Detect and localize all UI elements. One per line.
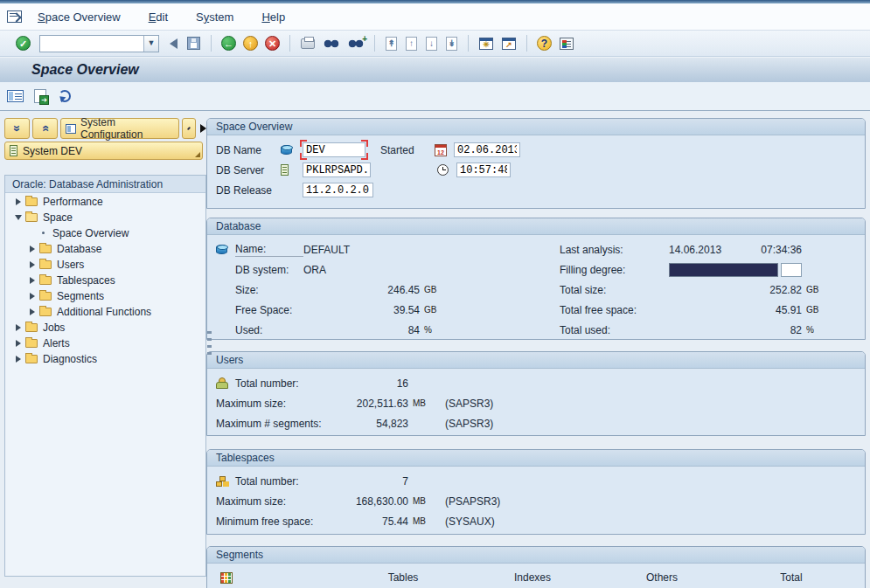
calendar-icon[interactable]: 12 xyxy=(435,144,447,156)
expander-icon[interactable] xyxy=(26,308,38,315)
export-button[interactable] xyxy=(34,89,46,103)
command-field-wrap: ▼ xyxy=(39,35,159,52)
row-value: 202,511.63 xyxy=(338,398,408,410)
menu-help[interactable]: Help xyxy=(261,10,285,24)
database-icon xyxy=(216,245,227,254)
page-down-button[interactable]: ↓ xyxy=(426,37,437,51)
tree-item-database[interactable]: Database xyxy=(5,241,205,256)
expander-icon[interactable] xyxy=(12,215,24,220)
expander-icon[interactable] xyxy=(26,277,38,284)
last-page-button[interactable]: ↡ xyxy=(446,37,457,51)
tree-item-space[interactable]: Space xyxy=(5,210,205,225)
clock-icon[interactable] xyxy=(437,164,449,176)
system-configuration-button[interactable]: System Configuration xyxy=(60,118,179,139)
started-time-field[interactable] xyxy=(456,163,511,177)
segments-col-indexes: Indexes xyxy=(468,571,597,584)
screen-title-bar: Space Overview xyxy=(0,57,870,82)
enter-button[interactable]: ✓ xyxy=(16,36,31,51)
filling-degree-label: Filling degree: xyxy=(560,264,669,276)
last-analysis-date: 14.06.2013 xyxy=(669,244,721,256)
command-input[interactable] xyxy=(40,37,143,51)
free-space-value: 39.54 xyxy=(303,304,420,316)
tree-item-segments[interactable]: Segments xyxy=(5,288,205,303)
folder-icon xyxy=(25,339,38,348)
tree-item-jobs[interactable]: Jobs xyxy=(5,320,205,335)
panel-title: Space Overview xyxy=(207,119,865,135)
menu-edit[interactable]: Edit xyxy=(149,10,168,24)
exit-button[interactable]: ↑ xyxy=(243,36,258,51)
system-icon xyxy=(10,145,17,156)
create-shortcut-button[interactable]: ↗ xyxy=(502,38,516,50)
last-analysis-label: Last analysis: xyxy=(560,244,669,256)
save-button[interactable] xyxy=(187,37,200,50)
page-title: Space Overview xyxy=(31,62,139,78)
db-system-label: DB system: xyxy=(235,264,303,276)
expander-icon[interactable] xyxy=(12,356,24,363)
menu-system[interactable]: System xyxy=(196,10,233,24)
system-selector[interactable]: System DEV xyxy=(4,142,203,160)
content-area: Space Overview DB Name Started 12 DB Ser… xyxy=(206,111,870,588)
started-date-field[interactable] xyxy=(454,142,520,157)
tablespaces-panel: Tablespaces Total number: 7 Maximum size… xyxy=(206,449,866,535)
details-button[interactable] xyxy=(7,90,24,102)
tree-item-users[interactable]: Users xyxy=(5,257,205,272)
menu-space-overview[interactable]: Space Overview xyxy=(38,10,121,24)
page-up-button[interactable]: ↑ xyxy=(406,37,417,51)
refresh-button[interactable] xyxy=(59,90,71,102)
db-release-field[interactable] xyxy=(303,183,373,197)
db-server-field[interactable] xyxy=(303,163,371,177)
server-icon xyxy=(281,164,289,176)
customize-layout-button[interactable] xyxy=(560,38,574,50)
collapse-all-button[interactable]: » xyxy=(32,118,58,139)
print-button[interactable] xyxy=(301,38,315,49)
back-button[interactable]: ← xyxy=(221,36,236,51)
tree-item-additional-functions[interactable]: Additional Functions xyxy=(5,304,205,319)
find-button[interactable] xyxy=(324,38,339,49)
row-value: 168,630.00 xyxy=(338,495,408,508)
command-dropdown-icon[interactable]: ▼ xyxy=(143,36,158,52)
system-selector-label: System DEV xyxy=(23,145,82,157)
navigation-tree: Oracle: Database Administration Performa… xyxy=(4,175,206,577)
expander-icon[interactable] xyxy=(12,324,24,331)
tree-item-tablespaces[interactable]: Tablespaces xyxy=(5,273,205,287)
panel-title: Segments xyxy=(207,547,865,564)
segments-col-tables: Tables xyxy=(338,571,468,584)
expand-all-button[interactable]: » xyxy=(4,118,30,139)
expander-icon[interactable] xyxy=(26,293,38,300)
segments-panel: Segments Tables Indexes Others Total xyxy=(206,546,866,588)
db-name-value: DEFAULT xyxy=(303,244,420,256)
tree-item-diagnostics[interactable]: Diagnostics xyxy=(5,351,205,366)
total-used-value: 82 xyxy=(669,324,802,336)
find-next-button[interactable] xyxy=(348,38,364,49)
system-menu-icon[interactable] xyxy=(7,10,22,23)
help-button[interactable]: ? xyxy=(537,36,552,51)
row-value: 54,823 xyxy=(338,418,408,430)
tree-item-alerts[interactable]: Alerts xyxy=(5,336,205,350)
filling-degree-bar xyxy=(669,263,802,277)
row-label: Minimum free space: xyxy=(216,515,313,528)
command-field-toggle-icon[interactable] xyxy=(170,38,177,49)
edit-mode-button[interactable] xyxy=(182,118,196,139)
expander-icon[interactable] xyxy=(26,261,38,268)
total-free-label: Total free space: xyxy=(560,304,669,316)
splitter-grip[interactable] xyxy=(207,331,212,357)
cancel-button[interactable]: ✕ xyxy=(265,36,280,51)
tablespace-icon xyxy=(216,476,228,487)
filling-degree-fill xyxy=(669,263,778,277)
panel-title: Users xyxy=(207,352,865,369)
filling-degree-empty xyxy=(781,263,802,277)
size-value: 246.45 xyxy=(303,284,420,296)
row-label: Total number: xyxy=(235,377,299,390)
row-label: Maximum size: xyxy=(216,398,286,410)
new-session-button[interactable]: ✳ xyxy=(479,38,493,50)
tree-item-performance[interactable]: Performance xyxy=(5,194,205,209)
db-name-field[interactable] xyxy=(303,142,365,157)
expander-icon[interactable] xyxy=(26,246,38,252)
row-label: Maximum # segments: xyxy=(216,418,322,430)
first-page-button[interactable]: ↟ xyxy=(386,37,397,51)
toolbar-overflow-icon[interactable] xyxy=(200,124,206,133)
tree-item-space-overview[interactable]: Space Overview xyxy=(5,225,205,240)
expander-icon[interactable] xyxy=(12,198,24,205)
db-server-label: DB Server xyxy=(216,164,281,176)
expander-icon[interactable] xyxy=(12,340,24,347)
